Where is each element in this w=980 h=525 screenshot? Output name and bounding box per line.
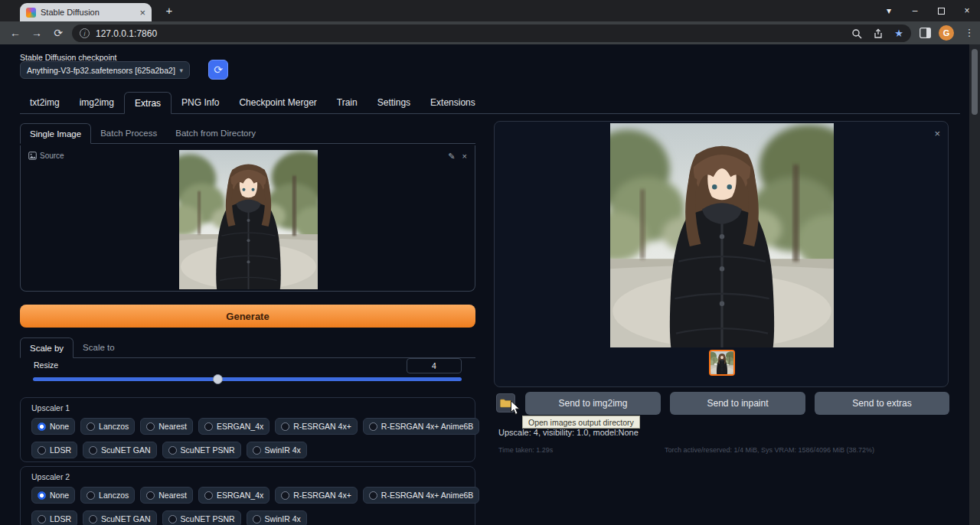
tab-extensions[interactable]: Extensions [420, 92, 485, 113]
menu-dots-icon[interactable]: ⋮ [962, 21, 977, 44]
tab-scale-to[interactable]: Scale to [74, 338, 124, 357]
url-text: 127.0.0.1:7860 [96, 28, 841, 39]
upscaler2-option-scunet-gan[interactable]: ScuNET GAN [83, 510, 157, 525]
radio-icon [89, 515, 97, 523]
tab-close-icon[interactable]: × [139, 8, 145, 18]
subtab-single-image[interactable]: Single Image [20, 123, 91, 144]
upscaler2-option-esrgan-4x[interactable]: ESRGAN_4x [198, 487, 270, 504]
browser-tab[interactable]: Stable Diffusion × [20, 3, 152, 21]
upscaler2-option-r-esrgan-4x-anime6b[interactable]: R-ESRGAN 4x+ Anime6B [363, 487, 480, 504]
minimize-button[interactable]: – [902, 0, 928, 21]
share-icon[interactable] [873, 28, 884, 39]
forward-button[interactable]: → [28, 21, 46, 44]
output-image[interactable] [610, 123, 834, 347]
clear-image-icon[interactable]: × [462, 152, 467, 161]
page-scrollbar[interactable] [969, 44, 980, 525]
back-button[interactable]: ← [6, 21, 24, 44]
source-image [179, 150, 318, 289]
close-window-button[interactable]: × [954, 0, 980, 21]
tab-checkpoint-merger[interactable]: Checkpoint Merger [229, 92, 326, 113]
side-panel-icon[interactable] [920, 28, 931, 38]
tab-scale-by[interactable]: Scale by [20, 338, 74, 358]
maximize-icon [938, 8, 945, 15]
profile-avatar[interactable]: G [939, 25, 954, 41]
zoom-icon[interactable] [851, 28, 862, 39]
upscaler2-option-nearest[interactable]: Nearest [140, 487, 193, 504]
upscaler1-option-lanczos[interactable]: Lanczos [80, 418, 135, 435]
address-bar[interactable]: i 127.0.0.1:7860 ★ [72, 24, 911, 42]
source-chip: Source [28, 152, 64, 160]
favicon-icon [26, 8, 36, 18]
upscaler2-option-scunet-psnr[interactable]: ScuNET PSNR [162, 510, 241, 525]
radio-icon [204, 491, 213, 500]
checkpoint-dropdown[interactable]: Anything-V3-fp32.safetensors [625a2ba2] … [20, 61, 190, 79]
scrollbar-thumb[interactable] [972, 49, 978, 115]
tab-search-chevron-icon[interactable]: ▾ [876, 0, 902, 21]
radio-option-label: ScuNET PSNR [181, 445, 235, 455]
upscaler1-option-scunet-psnr[interactable]: ScuNET PSNR [162, 442, 241, 458]
site-info-icon[interactable]: i [80, 28, 90, 38]
reload-button[interactable]: ⟳ [49, 21, 67, 44]
upscaler2-options-row1: NoneLanczosNearestESRGAN_4xR-ESRGAN 4x+R… [31, 487, 475, 504]
image-source-subtabs: Single Image Batch Process Batch from Di… [20, 123, 475, 144]
radio-icon [253, 515, 261, 523]
tab-png-info[interactable]: PNG Info [172, 92, 229, 113]
radio-option-label: LDSR [50, 514, 71, 523]
tab-extras[interactable]: Extras [124, 92, 172, 114]
subtab-batch-from-directory[interactable]: Batch from Directory [166, 123, 265, 143]
tab-settings[interactable]: Settings [368, 92, 420, 113]
upscaler1-label: Upscaler 1 [31, 403, 475, 412]
radio-option-label: SwinIR 4x [265, 514, 301, 523]
upscaler1-option-swinir-4x[interactable]: SwinIR 4x [247, 442, 307, 458]
radio-option-label: ScuNET PSNR [181, 514, 235, 523]
mouse-cursor [510, 400, 521, 416]
radio-icon [87, 422, 95, 431]
screen: Stable Diffusion × + ▾ – × ← → ⟳ i 127.0… [0, 0, 980, 525]
radio-icon [369, 491, 377, 500]
source-image-dropzone[interactable]: Source ✎ × [20, 145, 475, 292]
close-gallery-icon[interactable]: × [934, 128, 940, 139]
upscaler1-option-r-esrgan-4x-[interactable]: R-ESRGAN 4x+ [275, 418, 358, 435]
upscaler2-option-lanczos[interactable]: Lanczos [80, 487, 135, 504]
upscaler1-option-scunet-gan[interactable]: ScuNET GAN [83, 442, 157, 458]
upscaler1-option-ldsr[interactable]: LDSR [31, 442, 77, 458]
vram-info-text: Torch active/reserved: 1/4 MiB, Sys VRAM… [665, 446, 874, 454]
upscaler2-option-none[interactable]: None [31, 487, 75, 504]
radio-option-label: LDSR [50, 445, 71, 455]
tab-train[interactable]: Train [327, 92, 368, 113]
radio-option-label: ScuNET GAN [101, 514, 151, 523]
send-to-inpaint-button[interactable]: Send to inpaint [670, 392, 805, 415]
refresh-checkpoint-button[interactable]: ⟳ [208, 60, 228, 80]
new-tab-button[interactable]: + [162, 4, 176, 18]
edit-image-icon[interactable]: ✎ [448, 152, 455, 161]
upscaler1-option-r-esrgan-4x-anime6b[interactable]: R-ESRGAN 4x+ Anime6B [363, 418, 480, 435]
radio-icon [204, 422, 213, 431]
tab-txt2img[interactable]: txt2img [20, 92, 70, 113]
upscaler2-option-ldsr[interactable]: LDSR [31, 510, 77, 525]
output-gallery-panel: × [494, 121, 949, 387]
window-controls: ▾ – × [876, 0, 980, 21]
resize-slider[interactable] [33, 377, 462, 381]
scale-mode-tabs: Scale by Scale to [20, 338, 475, 358]
send-to-extras-button[interactable]: Send to extras [815, 392, 949, 415]
upscaler1-option-none[interactable]: None [31, 418, 75, 435]
resize-slider-handle[interactable] [213, 374, 223, 384]
tab-img2img[interactable]: img2img [70, 92, 124, 113]
upscaler1-option-esrgan-4x[interactable]: ESRGAN_4x [198, 418, 270, 435]
upscaler1-option-nearest[interactable]: Nearest [140, 418, 193, 435]
upscaler2-option-r-esrgan-4x-[interactable]: R-ESRGAN 4x+ [275, 487, 358, 504]
browser-navbar: ← → ⟳ i 127.0.0.1:7860 ★ G ⋮ [0, 21, 980, 44]
resize-label: Resize [34, 360, 58, 370]
radio-option-label: Lanczos [99, 422, 129, 431]
subtab-batch-process[interactable]: Batch Process [91, 123, 166, 143]
output-thumbnail-selected[interactable] [709, 350, 735, 376]
radio-option-label: None [50, 491, 69, 500]
send-to-img2img-button[interactable]: Send to img2img [525, 392, 661, 415]
upscaler2-option-swinir-4x[interactable]: SwinIR 4x [247, 510, 307, 525]
maximize-button[interactable] [928, 0, 954, 21]
radio-icon [87, 491, 95, 500]
bookmark-star-icon[interactable]: ★ [894, 28, 903, 39]
generate-button[interactable]: Generate [20, 305, 475, 328]
resize-number-input[interactable]: 4 [407, 358, 462, 373]
radio-option-label: ESRGAN_4x [217, 491, 263, 500]
